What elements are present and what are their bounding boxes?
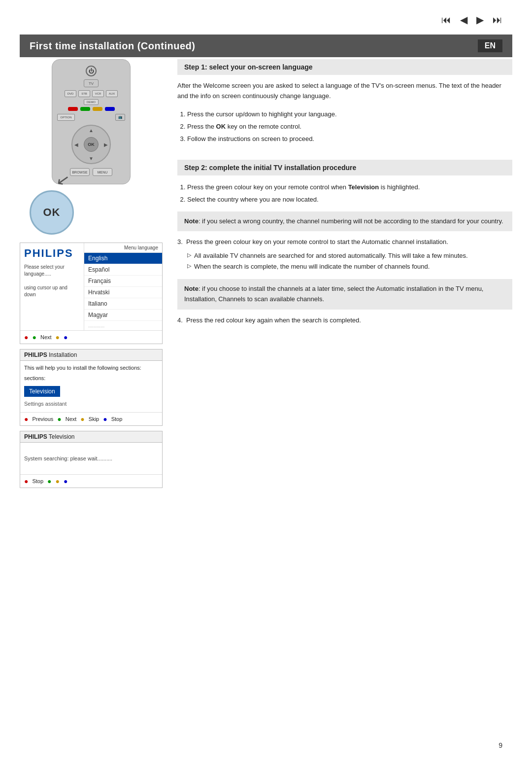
nav-next-icon[interactable]: ▶ — [476, 14, 484, 26]
lang-item-magyar[interactable]: Magyar — [84, 310, 162, 321]
green-dot-icon: ● — [32, 333, 36, 341]
install-sections-label: sections: — [24, 374, 158, 383]
ok-arrow-indicator: ↙ — [55, 170, 71, 190]
note1-label: Note: if you select a wrong country, the… — [184, 217, 503, 225]
install-brand: PHILIPS — [24, 351, 47, 358]
tv-highlight[interactable]: Television — [24, 386, 60, 397]
note-box-1: Note: if you select a wrong country, the… — [177, 211, 512, 232]
philips-logo: PHILIPS — [24, 247, 80, 260]
dpad-right[interactable]: ▶ — [104, 142, 108, 147]
install-previous-label[interactable]: Previous — [32, 416, 53, 422]
lang-menu-header: Menu language — [84, 243, 162, 253]
yellow-dot-icon: ● — [56, 333, 60, 341]
source-buttons-row: DVD STB VCR AUX — [57, 90, 125, 97]
settings-assistant-text: Settings assistant — [24, 399, 158, 409]
lang-item-english[interactable]: English — [84, 253, 162, 264]
step2-list-top: Press the green colour key on your remot… — [187, 181, 512, 206]
top-nav: ⏮ ◀ ▶ ⏭ — [441, 14, 502, 26]
tv-screen-footer: ● Stop ● ● ● — [20, 474, 162, 488]
demo-button[interactable]: DEMO — [84, 99, 99, 105]
step2-bullet-2: When the search is complete, the menu wi… — [187, 261, 512, 272]
step2-bullet-1: All available TV channels are searched f… — [187, 250, 512, 261]
tv-red-dot: ● — [24, 477, 28, 485]
nav-next-next-icon[interactable]: ⏭ — [493, 14, 502, 26]
step2-list-item-1: Press the green colour key on your remot… — [187, 181, 512, 193]
lang-right-panel: Menu language English Español Français H… — [84, 243, 162, 330]
tv-button[interactable]: TV — [84, 79, 99, 87]
tv-stop-label[interactable]: Stop — [32, 478, 43, 484]
install-help-text: This will help you to install the follow… — [24, 364, 158, 372]
ok-large-button[interactable]: OK — [30, 190, 74, 235]
browse-button[interactable]: BROWSE — [70, 168, 90, 176]
lang-item-espanol[interactable]: Español — [84, 264, 162, 276]
page-title: First time installation (Continued) — [30, 40, 195, 52]
lang-screen-inner: PHILIPS Please select your language.....… — [20, 243, 162, 330]
aux-button[interactable]: AUX — [106, 90, 118, 97]
tv-green-dot: ● — [47, 477, 51, 485]
option-row: OPTION 📺 — [57, 114, 125, 121]
header-bar: First time installation (Continued) EN — [20, 35, 512, 57]
tv-icon: 📺 — [115, 114, 125, 121]
language-selection-screen: PHILIPS Please select your language.....… — [20, 243, 163, 344]
tv-screen-body: System searching: please wait.......... — [20, 443, 162, 474]
install-title-text: Installation — [49, 351, 77, 358]
step1-list-item-1: Press the cursor up/down to highlight yo… — [187, 108, 512, 120]
install-screen-footer: ● Previous ● Next ● Skip ● Stop — [20, 412, 162, 425]
red-dot-icon: ● — [24, 333, 28, 341]
right-column: Step 1: select your on-screen language A… — [177, 59, 512, 333]
power-button[interactable]: ⏻ — [86, 66, 97, 76]
lang-item-francais[interactable]: Français — [84, 276, 162, 287]
note2-label: Note: if you choose to install the chann… — [184, 285, 483, 303]
option-button[interactable]: OPTION — [57, 114, 75, 121]
vcr-button[interactable]: VCR — [92, 90, 104, 97]
step1-para: After the Welcome screen you are asked t… — [177, 81, 512, 102]
step1-header: Step 1: select your on-screen language — [177, 59, 512, 75]
dpad-up[interactable]: ▲ — [89, 128, 94, 133]
install-yellow-dot: ● — [80, 415, 84, 423]
tv-blue-dot: ● — [64, 477, 67, 485]
step1-list: Press the cursor up/down to highlight yo… — [187, 108, 512, 145]
dvd-button[interactable]: DVD — [65, 90, 76, 97]
red-button[interactable] — [68, 107, 78, 111]
yellow-button[interactable] — [93, 107, 102, 111]
nav-prev-prev-icon[interactable]: ⏮ — [441, 14, 451, 26]
tv-screen-title-text: Television — [49, 433, 75, 440]
dpad-down[interactable]: ▼ — [89, 156, 94, 161]
install-stop-label[interactable]: Stop — [111, 416, 123, 422]
dpad-left[interactable]: ◀ — [74, 142, 78, 147]
lang-more-indicator: ............ — [84, 321, 162, 330]
ok-button-small[interactable]: OK — [84, 137, 99, 152]
step2-bullet-list: All available TV channels are searched f… — [187, 250, 512, 272]
tv-screen-header: PHILIPS Television — [20, 431, 162, 443]
page-number: 9 — [499, 741, 502, 749]
green-button[interactable] — [80, 107, 90, 111]
tv-screen-brand: PHILIPS — [24, 433, 47, 440]
install-next-label[interactable]: Next — [66, 416, 77, 422]
lang-left-panel: PHILIPS Please select your language.....… — [20, 243, 84, 330]
lang-item-italiano[interactable]: Italiano — [84, 298, 162, 310]
step2-para3: 3. Press the green colour key on your re… — [177, 237, 512, 272]
nav-prev-icon[interactable]: ◀ — [460, 14, 467, 26]
left-column: ⏻ TV DVD STB VCR AUX DEMO OPTION 📺 — [20, 59, 163, 493]
lang-item-hrvatski[interactable]: Hrvatski — [84, 287, 162, 298]
tv-yellow-dot: ● — [56, 477, 60, 485]
step1-list-item-2: Press the OK key on the remote control. — [187, 121, 512, 132]
power-icon: ⏻ — [89, 68, 94, 74]
install-skip-label[interactable]: Skip — [89, 416, 99, 422]
step1-list-item-3: Follow the instructions on screen to pro… — [187, 133, 512, 144]
next-label[interactable]: Next — [40, 334, 52, 340]
menu-button[interactable]: MENU — [93, 168, 112, 176]
install-red-dot: ● — [24, 415, 28, 423]
language-badge: EN — [478, 39, 502, 52]
remote-control: ⏻ TV DVD STB VCR AUX DEMO OPTION 📺 — [52, 59, 131, 184]
install-screen-header: PHILIPS Installation — [20, 350, 162, 361]
ok-large-wrapper: ↙ OK — [30, 190, 163, 235]
dpad: ▲ ▼ ◀ ▶ OK — [71, 125, 111, 164]
installation-screen: PHILIPS Installation This will help you … — [20, 349, 163, 426]
searching-text: System searching: please wait.......... — [24, 452, 158, 465]
step2-para4: 4. Press the red colour key again when t… — [177, 315, 512, 326]
stb-button[interactable]: STB — [78, 90, 90, 97]
blue-button[interactable] — [105, 107, 115, 111]
install-green-dot: ● — [57, 415, 61, 423]
remote-illustration: ⏻ TV DVD STB VCR AUX DEMO OPTION 📺 — [20, 59, 163, 184]
